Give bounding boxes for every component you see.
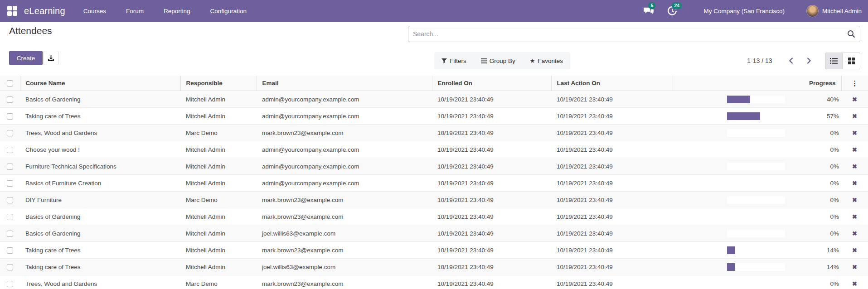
progress-bar	[727, 280, 785, 288]
row-checkbox[interactable]	[7, 130, 13, 136]
user-avatar[interactable]	[806, 5, 819, 17]
remove-attendee-icon[interactable]: ✖	[852, 280, 857, 287]
messages-icon[interactable]: 5	[643, 5, 655, 16]
pager-previous-button[interactable]	[783, 52, 800, 69]
column-header-enrolled-on[interactable]: Enrolled On	[432, 76, 551, 91]
progress-bar	[727, 129, 785, 137]
optional-columns-icon[interactable]: ⋮	[851, 79, 858, 87]
remove-attendee-icon[interactable]: ✖	[852, 96, 857, 103]
course-name-cell[interactable]: Taking care of Trees	[20, 242, 180, 259]
progress-cell: 0%	[673, 225, 841, 242]
table-row[interactable]: Choose your wood !Mitchell Adminadmin@yo…	[0, 141, 868, 158]
remove-attendee-icon[interactable]: ✖	[852, 264, 857, 270]
favorites-label: Favorites	[538, 58, 563, 64]
row-checkbox[interactable]	[7, 197, 13, 203]
table-row[interactable]: DIY FurnitureMarc Demomark.brown23@examp…	[0, 192, 868, 208]
table-row[interactable]: Basics of GardeningMitchell Adminmark.br…	[0, 208, 868, 225]
group-by-button[interactable]: Group By	[474, 52, 523, 69]
remove-attendee-icon[interactable]: ✖	[852, 146, 857, 153]
messages-badge: 5	[648, 2, 655, 9]
table-row[interactable]: Taking care of TreesMitchell Adminadmin@…	[0, 108, 868, 125]
select-all-checkbox[interactable]	[7, 80, 13, 87]
search-input[interactable]	[408, 26, 860, 42]
remove-attendee-icon[interactable]: ✖	[852, 197, 857, 203]
column-header-responsible[interactable]: Responsible	[180, 76, 257, 91]
column-header-email[interactable]: Email	[257, 76, 432, 91]
enrolled-on-cell: 10/19/2021 23:40:49	[432, 275, 551, 289]
course-name-cell[interactable]: Furniture Technical Specifications	[20, 158, 180, 175]
table-row[interactable]: Taking care of TreesMitchell Adminjoel.w…	[0, 259, 868, 275]
course-name-cell[interactable]: Trees, Wood and Gardens	[20, 125, 180, 141]
course-name-cell[interactable]: Basics of Furniture Creation	[20, 175, 180, 192]
row-checkbox[interactable]	[7, 96, 13, 103]
course-name-cell[interactable]: Trees, Wood and Gardens	[20, 275, 180, 289]
table-row[interactable]: Trees, Wood and GardensMarc Demomark.bro…	[0, 275, 868, 289]
progress-bar	[727, 246, 785, 254]
remove-attendee-icon[interactable]: ✖	[852, 247, 857, 254]
nav-item-forum[interactable]: Forum	[126, 8, 144, 14]
table-row[interactable]: Basics of GardeningMitchell Adminadmin@y…	[0, 91, 868, 108]
table-row[interactable]: Taking care of TreesMitchell Adminmark.b…	[0, 242, 868, 259]
progress-bar	[727, 213, 785, 221]
table-row[interactable]: Basics of GardeningMitchell Adminjoel.wi…	[0, 225, 868, 242]
row-checkbox[interactable]	[7, 180, 13, 187]
progress-percent: 0%	[785, 197, 840, 203]
course-name-cell[interactable]: Choose your wood !	[20, 141, 180, 158]
favorites-button[interactable]: ★ Favorites	[523, 52, 570, 69]
column-header-course-name[interactable]: Course Name	[20, 76, 180, 91]
course-name-cell[interactable]: DIY Furniture	[20, 192, 180, 208]
row-checkbox[interactable]	[7, 264, 13, 270]
remove-attendee-icon[interactable]: ✖	[852, 230, 857, 237]
column-header-last-action-on[interactable]: Last Action On	[551, 76, 673, 91]
kanban-view-button[interactable]	[843, 53, 860, 69]
course-name-cell[interactable]: Taking care of Trees	[20, 259, 180, 275]
app-brand[interactable]: eLearning	[24, 6, 65, 16]
remove-attendee-icon[interactable]: ✖	[852, 180, 857, 187]
export-button[interactable]	[44, 51, 58, 65]
table-row[interactable]: Furniture Technical SpecificationsMitche…	[0, 158, 868, 175]
remove-attendee-icon[interactable]: ✖	[852, 213, 857, 220]
row-checkbox[interactable]	[7, 147, 13, 153]
nav-item-configuration[interactable]: Configuration	[210, 8, 247, 14]
activities-icon[interactable]: 24	[666, 5, 678, 16]
row-checkbox[interactable]	[7, 247, 13, 254]
progress-percent: 0%	[785, 130, 840, 136]
row-checkbox[interactable]	[7, 113, 13, 120]
progress-cell: 0%	[673, 175, 841, 192]
last-action-on-cell: 10/19/2021 23:40:49	[551, 192, 673, 208]
course-name-cell[interactable]: Basics of Gardening	[20, 208, 180, 225]
user-menu[interactable]: Mitchell Admin	[822, 8, 862, 14]
attendees-list: Course Name Responsible Email Enrolled O…	[0, 76, 868, 289]
column-header-progress[interactable]: Progress	[673, 76, 841, 91]
remove-attendee-icon[interactable]: ✖	[852, 163, 857, 170]
filters-button[interactable]: Filters	[434, 52, 474, 69]
search-options-bar: Filters Group By ★ Favorites	[434, 52, 570, 69]
table-row[interactable]: Trees, Wood and GardensMarc Demomark.bro…	[0, 125, 868, 141]
course-name-cell[interactable]: Basics of Gardening	[20, 91, 180, 108]
row-checkbox[interactable]	[7, 214, 13, 220]
search-icon[interactable]	[847, 29, 856, 39]
list-view-button[interactable]	[825, 53, 843, 69]
email-cell: joel.willis63@example.com	[257, 259, 432, 275]
row-checkbox[interactable]	[7, 281, 13, 287]
pager-next-button[interactable]	[800, 52, 817, 69]
apps-menu-icon[interactable]	[7, 6, 17, 16]
row-checkbox[interactable]	[7, 231, 13, 237]
progress-percent: 0%	[785, 280, 840, 287]
elearning-attendees-page: eLearning Courses Forum Reporting Config…	[0, 0, 868, 289]
last-action-on-cell: 10/19/2021 23:40:49	[551, 225, 673, 242]
remove-attendee-icon[interactable]: ✖	[852, 130, 857, 136]
progress-cell: 57%	[673, 108, 841, 125]
company-switcher[interactable]: My Company (San Francisco)	[703, 8, 785, 14]
nav-item-reporting[interactable]: Reporting	[164, 8, 190, 14]
create-button[interactable]: Create	[9, 51, 43, 65]
filter-funnel-icon	[441, 58, 447, 63]
table-row[interactable]: Basics of Furniture CreationMitchell Adm…	[0, 175, 868, 192]
remove-attendee-icon[interactable]: ✖	[852, 113, 857, 120]
enrolled-on-cell: 10/19/2021 23:40:49	[432, 125, 551, 141]
course-name-cell[interactable]: Basics of Gardening	[20, 225, 180, 242]
course-name-cell[interactable]: Taking care of Trees	[20, 108, 180, 125]
row-checkbox[interactable]	[7, 164, 13, 170]
attendees-table-body: Basics of GardeningMitchell Adminadmin@y…	[0, 91, 868, 289]
nav-item-courses[interactable]: Courses	[83, 8, 106, 14]
